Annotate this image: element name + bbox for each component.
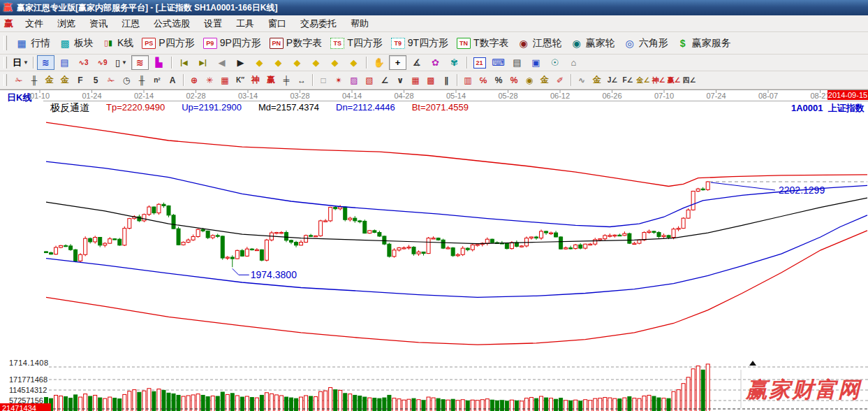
tool-gold-ratio-grid-2[interactable]: 金 xyxy=(57,73,73,87)
tool-hand-tool[interactable]: ✋ xyxy=(370,55,388,70)
tool-n-square[interactable]: n² xyxy=(149,73,165,87)
tool-first-page[interactable]: |◀ xyxy=(175,55,193,70)
tool-pattern-teal[interactable]: ✾ xyxy=(446,55,463,70)
tool-width-measure[interactable]: ↔ xyxy=(294,73,309,87)
tool-sketch-red[interactable]: ≋ xyxy=(131,55,149,70)
tool-sketch-blue[interactable]: ≋ xyxy=(37,55,54,70)
tool-last-page[interactable]: ▶| xyxy=(194,55,212,70)
toolbar-button-t-square[interactable]: TST四方形 xyxy=(326,35,387,52)
tool-gann-grid[interactable]: ╫ xyxy=(27,73,42,87)
tool-wave-9[interactable]: ∿9 xyxy=(94,55,111,70)
tool-angle-tool[interactable]: ∡ xyxy=(408,55,425,70)
toolbar-button-kline[interactable]: ▯▮K线 xyxy=(98,35,138,52)
menu-browse[interactable]: 浏览 xyxy=(50,16,82,31)
menu-help[interactable]: 帮助 xyxy=(344,16,376,31)
toolbar-button-t-number-table[interactable]: TNT数字表 xyxy=(453,35,513,52)
tool-web-refresh[interactable]: ☉ xyxy=(546,55,564,70)
tool-crosshair-tool[interactable]: + xyxy=(389,55,406,70)
title-bar[interactable]: 赢 赢家江恩专业版[赢家内部服务平台] - [上证指数 SH1A0001-166… xyxy=(0,0,868,15)
tool-next-page[interactable]: ▶ xyxy=(232,55,249,70)
tool-chip-distribution[interactable]: ▙ xyxy=(150,55,168,70)
tool-box-fan-2[interactable]: ▧ xyxy=(362,73,377,87)
tool-box-grid[interactable]: ▦ xyxy=(217,73,233,87)
tool-rect-tool[interactable]: □ xyxy=(316,73,331,87)
tool-prev-page[interactable]: ◀ xyxy=(213,55,230,70)
tool-wave-3[interactable]: ∿3 xyxy=(75,55,92,70)
tool-ruler-grid[interactable]: ╪ xyxy=(279,73,294,87)
toolbar-grip[interactable] xyxy=(3,74,7,87)
tool-gold-line[interactable]: 金 xyxy=(589,73,605,87)
toolbar-button-p-square[interactable]: PSP四方形 xyxy=(138,35,198,52)
tool-wave-band[interactable]: ∿ xyxy=(574,73,589,87)
tool-pen-cut[interactable]: ✁ xyxy=(11,73,27,87)
tool-memo[interactable]: ▤ xyxy=(508,55,526,70)
tool-zigzag[interactable]: ∨ xyxy=(392,73,408,87)
tool-price-grid[interactable]: ╫ xyxy=(134,73,149,87)
tool-parallel-lines[interactable]: ∥ xyxy=(439,73,454,87)
toolbar-button-9p-square[interactable]: P99P四方形 xyxy=(199,35,265,52)
menu-settings[interactable]: 设置 xyxy=(197,16,229,31)
tool-win-angle[interactable]: 赢∠ xyxy=(666,73,682,87)
menu-news[interactable]: 资讯 xyxy=(82,16,115,31)
tool-percent[interactable]: % xyxy=(491,73,506,87)
tool-gann-bars[interactable]: ▥ xyxy=(460,73,476,87)
tool-angle-fan[interactable]: ∠ xyxy=(377,73,392,87)
tool-diamond-right[interactable]: ◆ xyxy=(270,55,287,70)
menu-trade-orders[interactable]: 交易委托 xyxy=(293,16,344,31)
tool-gold-level[interactable]: 金 xyxy=(537,73,552,87)
tool-spiral-5[interactable]: 5 xyxy=(88,73,103,87)
tool-f-angle[interactable]: F∠ xyxy=(620,73,635,87)
tool-diamond-star[interactable]: ◆ xyxy=(307,55,325,70)
tool-calendar[interactable]: 21 xyxy=(471,55,488,70)
tool-diamond-cross[interactable]: ◆ xyxy=(326,55,344,70)
tool-shen-grid[interactable]: 神 xyxy=(248,73,263,87)
toolbar-button-quotes[interactable]: ▦行情 xyxy=(11,35,54,52)
menu-formula-picker[interactable]: 公式选股 xyxy=(147,16,197,31)
tool-diamond-left[interactable]: ◆ xyxy=(251,55,268,70)
tool-pen-cut-2[interactable]: ✁ xyxy=(103,73,119,87)
tool-diamond-horiz[interactable]: ◆ xyxy=(288,55,306,70)
tool-candle-style[interactable]: ▯▼ xyxy=(112,55,130,70)
toolbar-button-hexagon[interactable]: ◎六角形 xyxy=(619,35,672,52)
tool-pattern-magenta[interactable]: ✿ xyxy=(427,55,444,70)
toolbar-button-winner-wheel[interactable]: ◉赢家轮 xyxy=(566,35,619,52)
toolbar-button-gann-wheel[interactable]: ◉江恩轮 xyxy=(513,35,566,52)
tool-fib-grid[interactable]: F xyxy=(73,73,88,87)
toolbar-grip[interactable] xyxy=(3,57,7,68)
tool-fan-rays[interactable]: ✴ xyxy=(331,73,346,87)
price-volume-plot[interactable]: 2202.12991974.3800 xyxy=(0,90,868,411)
tool-save[interactable]: ▣ xyxy=(527,55,545,70)
tool-calculator[interactable]: ⌨ xyxy=(490,55,507,70)
menu-gann[interactable]: 江恩 xyxy=(115,16,147,31)
tool-red-grid[interactable]: ▦ xyxy=(408,73,423,87)
tool-j-angle[interactable]: J∠ xyxy=(605,73,620,87)
tool-win-grid[interactable]: 赢 xyxy=(263,73,279,87)
tool-period-day[interactable]: 日▼ xyxy=(12,55,29,70)
tool-circle-cross[interactable]: ⊕ xyxy=(186,73,202,87)
tool-gold-ratio-grid[interactable]: 金 xyxy=(42,73,57,87)
tool-info-list[interactable]: ▤ xyxy=(56,55,73,70)
tool-k-note[interactable]: K″ xyxy=(233,73,248,87)
menu-window[interactable]: 窗口 xyxy=(261,16,293,31)
menu-tools[interactable]: 工具 xyxy=(229,16,261,31)
tool-gold-circle[interactable]: ◉ xyxy=(522,73,537,87)
tool-a-channel[interactable]: A xyxy=(165,73,180,87)
toolbar-button-9t-square[interactable]: T99T四方形 xyxy=(387,35,453,52)
toolbar-button-sectors[interactable]: ▩板块 xyxy=(54,35,98,52)
tool-percent-low[interactable]: % xyxy=(506,73,522,87)
toolbar-button-p-number-table[interactable]: PNP数字表 xyxy=(265,35,326,52)
menu-file[interactable]: 文件 xyxy=(18,16,50,31)
tool-remote-pc[interactable]: ⌂ xyxy=(565,55,582,70)
tool-red-grid-2[interactable]: ▩ xyxy=(423,73,439,87)
tool-shen-angle[interactable]: 神∠ xyxy=(651,73,666,87)
tool-time-circle[interactable]: ◷ xyxy=(119,73,134,87)
tool-diamond-center[interactable]: ◆ xyxy=(345,55,362,70)
tool-percent-line[interactable]: ℅ xyxy=(476,73,491,87)
tool-box-fan[interactable]: ▨ xyxy=(346,73,362,87)
tool-brush-angle[interactable]: ✐ xyxy=(552,73,568,87)
tool-gold-angle[interactable]: 金∠ xyxy=(635,73,651,87)
tool-star-flower[interactable]: ✳ xyxy=(202,73,217,87)
toolbar-button-winner-service[interactable]: $赢家服务 xyxy=(672,35,735,52)
tool-four-angle[interactable]: 四∠ xyxy=(682,73,697,87)
toolbar-grip[interactable] xyxy=(3,36,7,51)
